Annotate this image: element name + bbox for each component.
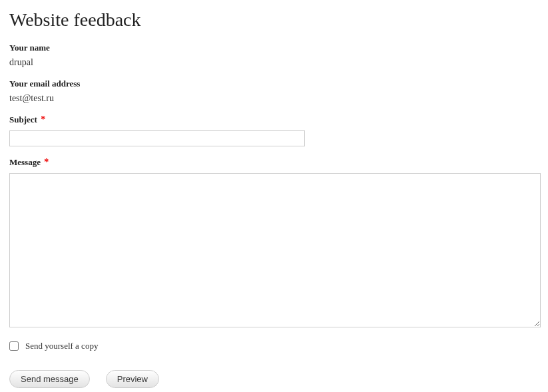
subject-input[interactable]: [9, 130, 305, 146]
subject-label: Subject: [9, 114, 37, 124]
name-value: drupal: [9, 57, 33, 67]
page-title: Website feedback: [9, 9, 539, 31]
copy-checkbox-label[interactable]: Send yourself a copy: [25, 341, 98, 351]
required-marker-icon: *: [44, 157, 49, 167]
subject-label-wrapper: Subject *: [9, 114, 539, 125]
message-textarea[interactable]: [9, 173, 541, 327]
required-marker-icon: *: [41, 114, 45, 124]
send-message-button[interactable]: Send message: [9, 370, 90, 388]
form-actions: Send message Preview: [9, 370, 539, 388]
copy-checkbox[interactable]: [9, 341, 19, 351]
subject-field-group: Subject *: [9, 114, 539, 146]
message-field-group: Message *: [9, 157, 539, 330]
message-label-wrapper: Message *: [9, 157, 539, 168]
copy-checkbox-group: Send yourself a copy: [9, 341, 539, 351]
name-field-group: Your name drupal: [9, 43, 539, 68]
email-field-group: Your email address test@test.ru: [9, 79, 539, 104]
email-value: test@test.ru: [9, 93, 54, 103]
preview-button[interactable]: Preview: [106, 370, 159, 388]
email-label: Your email address: [9, 79, 539, 89]
name-label: Your name: [9, 43, 539, 53]
message-label: Message: [9, 157, 41, 167]
